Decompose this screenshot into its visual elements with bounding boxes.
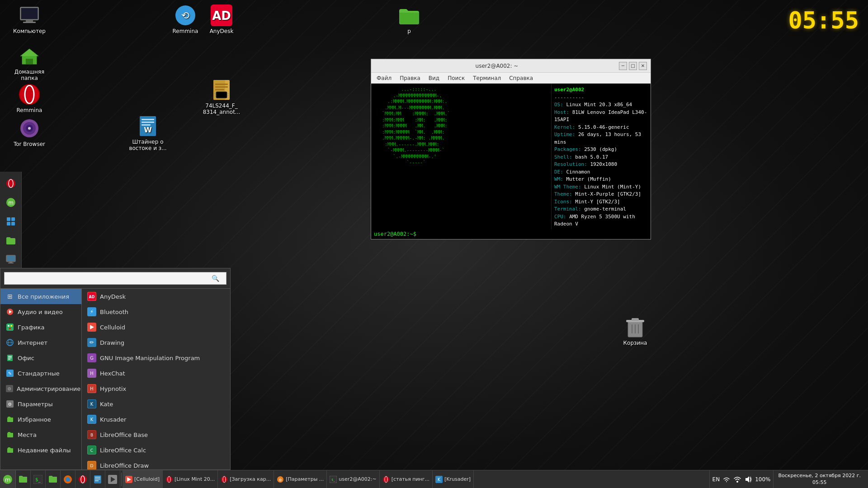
- category-internet[interactable]: Интернет: [0, 335, 81, 350]
- desktop-icon-home[interactable]: Домашняяпапка: [9, 45, 50, 82]
- category-audio-video[interactable]: Аудио и видео: [0, 304, 81, 319]
- category-graphics-label: Графика: [18, 324, 45, 331]
- desktop-icon-opera[interactable]: Remmina: [9, 84, 50, 113]
- taskbar-opera2-btn[interactable]: [75, 470, 90, 488]
- app-libreoffice-calc[interactable]: C LibreOffice Calc: [82, 442, 230, 458]
- app-bluetooth[interactable]: ⚡ Bluetooth: [82, 304, 230, 319]
- taskbar-gedit-icon: [93, 475, 102, 484]
- remmina-label: Remmina: [173, 28, 198, 34]
- taskbar-terminal-running[interactable]: $_ user2@A002:~: [327, 470, 379, 488]
- svg-rect-22: [215, 86, 228, 88]
- celluloid-icon: [87, 323, 96, 332]
- category-settings[interactable]: ⚙ Параметры: [0, 396, 81, 412]
- file-icon: [211, 79, 232, 101]
- taskbar-blog-running[interactable]: [статья пинг...: [380, 470, 433, 488]
- side-panel-folder[interactable]: [2, 231, 20, 249]
- blog-running-icon: [382, 476, 390, 483]
- category-places[interactable]: Места: [0, 427, 81, 442]
- category-favorites[interactable]: Избранное: [0, 412, 81, 427]
- taskbar-files2-btn[interactable]: [46, 470, 61, 488]
- internet-icon: [6, 338, 14, 347]
- category-standard[interactable]: ✎ Стандартные: [0, 366, 81, 381]
- app-kate[interactable]: K Kate: [82, 396, 230, 412]
- terminal-prompt[interactable]: user2@A002:~$: [371, 229, 651, 239]
- desktop-icon-remmina[interactable]: ⟲ Remmina: [165, 5, 206, 34]
- svg-text:⚙: ⚙: [8, 386, 12, 391]
- svg-rect-3: [21, 8, 38, 19]
- start-menu-search-input[interactable]: [4, 272, 226, 285]
- desktop-icon-file[interactable]: 74LS244_F_8314_annot...: [201, 79, 242, 116]
- anydesk-app-label: AnyDesk: [100, 293, 126, 300]
- app-libreoffice-base[interactable]: B LibreOffice Base: [82, 427, 230, 442]
- terminal-close-btn[interactable]: ✕: [639, 62, 647, 70]
- svg-point-120: [166, 476, 172, 483]
- app-drawing[interactable]: ✏ Drawing: [82, 335, 230, 350]
- side-panel-opera[interactable]: [2, 174, 20, 192]
- terminal-controls: ─ □ ✕: [619, 62, 647, 70]
- terminal-menu-search[interactable]: Поиск: [444, 74, 468, 82]
- taskbar-linuxmint-running[interactable]: [Linux Mint 20...: [163, 470, 218, 488]
- side-panel-apps[interactable]: [2, 212, 20, 230]
- taskbar-celluloid-running[interactable]: [Celluloid]: [123, 470, 163, 488]
- side-panel-mint[interactable]: m: [2, 193, 20, 211]
- category-audio-video-label: Аудио и видео: [18, 309, 63, 315]
- side-panel-monitor[interactable]: [2, 250, 20, 268]
- svg-text:AD: AD: [89, 295, 95, 299]
- svg-text:AD: AD: [212, 9, 231, 23]
- favorites-icon: [6, 415, 14, 423]
- category-all-apps[interactable]: ⊞ Все приложения: [0, 289, 81, 304]
- taskbar-mint-menu-btn[interactable]: m: [0, 470, 16, 488]
- hypnotix-app-label: Hypnotix: [100, 385, 126, 392]
- terminal-menu-terminal[interactable]: Терминал: [469, 74, 505, 82]
- terminal-menu-edit[interactable]: Правка: [396, 74, 424, 82]
- desktop-icon-steiner[interactable]: W Штайнер овостоке и з...: [127, 115, 168, 152]
- taskbar-nemo-icon: [48, 475, 57, 484]
- app-anydesk[interactable]: AD AnyDesk: [82, 289, 230, 304]
- params-running-icon: ⚙: [277, 476, 284, 483]
- app-libreoffice-draw[interactable]: D LibreOffice Draw: [82, 458, 230, 469]
- systray-battery: 100%: [755, 476, 770, 483]
- taskbar-params-running[interactable]: ⚙ [Параметры ...: [274, 470, 327, 488]
- trash-label: Корзина: [623, 340, 647, 346]
- terminal-menu-help[interactable]: Справка: [505, 74, 537, 82]
- terminal-menu-file[interactable]: Файл: [373, 74, 395, 82]
- start-menu-categories: ⊞ Все приложения Аудио и видео Графика: [0, 289, 82, 469]
- taskbar-opera-running[interactable]: [Загрузка кар...: [218, 470, 274, 488]
- taskbar-terminal-btn[interactable]: $_: [31, 470, 46, 488]
- taskbar-firefox-btn[interactable]: [61, 470, 75, 488]
- taskbar-gedit-btn[interactable]: [90, 470, 105, 488]
- category-graphics[interactable]: Графика: [0, 319, 81, 335]
- params-running-label: [Параметры ...: [286, 476, 324, 482]
- terminal-maximize-btn[interactable]: □: [629, 62, 637, 70]
- desktop-icon-anydesk[interactable]: AD AnyDesk: [201, 5, 242, 34]
- computer-icon: [19, 5, 40, 26]
- celluloid-running-icon: [125, 476, 132, 483]
- terminal-minimize-btn[interactable]: ─: [619, 62, 627, 70]
- svg-text:D: D: [90, 464, 94, 468]
- app-krusader[interactable]: K Krusader: [82, 412, 230, 427]
- category-office[interactable]: Офис: [0, 350, 81, 366]
- taskbar-krusader-running[interactable]: K [Krusader]: [433, 470, 474, 488]
- settings-icon: ⚙: [6, 400, 14, 408]
- desktop-icon-trash[interactable]: Корзина: [615, 316, 656, 346]
- desktop-icon-computer[interactable]: Компьютер: [9, 5, 50, 34]
- start-menu-apps: AD AnyDesk ⚡ Bluetooth Celluloid: [82, 289, 230, 469]
- bluetooth-icon: ⚡: [87, 307, 96, 316]
- desktop-icon-folder-p[interactable]: р: [389, 5, 429, 34]
- taskbar-video-btn[interactable]: [105, 470, 120, 488]
- systray-lang[interactable]: EN: [712, 476, 720, 483]
- tor-icon: [19, 117, 40, 139]
- terminal-menu-view[interactable]: Вид: [425, 74, 443, 82]
- category-recent[interactable]: Недавние файлы: [0, 442, 81, 458]
- svg-rect-21: [215, 84, 228, 85]
- app-gimp[interactable]: G GNU Image Manipulation Program: [82, 350, 230, 366]
- svg-rect-71: [8, 356, 12, 357]
- desktop-icon-tor[interactable]: Tor Browser: [9, 117, 50, 147]
- app-hypnotix[interactable]: H Hypnotix: [82, 381, 230, 396]
- taskbar-files-btn[interactable]: [16, 470, 31, 488]
- app-hexchat[interactable]: H HexChat: [82, 366, 230, 381]
- svg-rect-52: [7, 256, 15, 261]
- svg-rect-49: [7, 222, 10, 225]
- category-admin[interactable]: ⚙ Администрирование: [0, 381, 81, 396]
- app-celluloid[interactable]: Celluloid: [82, 319, 230, 335]
